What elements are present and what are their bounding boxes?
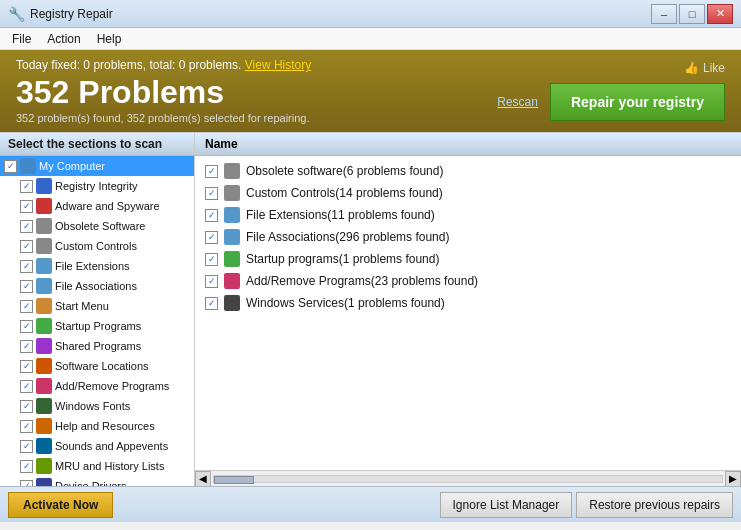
results-list[interactable]: ✓Obsolete software(6 problems found)✓Cus… [195,156,741,470]
tree-checkbox[interactable]: ✓ [4,160,17,173]
tree-item[interactable]: ✓Help and Resources [0,416,194,436]
tree-checkbox[interactable]: ✓ [20,460,33,473]
tree-item[interactable]: ✓My Computer [0,156,194,176]
tree-item-icon [36,418,52,434]
minimize-button[interactable]: – [651,4,677,24]
tree-checkbox[interactable]: ✓ [20,180,33,193]
result-checkbox[interactable]: ✓ [205,231,218,244]
tree-item-label: Shared Programs [55,340,141,352]
tree-item-icon [36,258,52,274]
tree-item[interactable]: ✓Sounds and Appevents [0,436,194,456]
app-icon: 🔧 [8,6,24,22]
menu-file[interactable]: File [4,30,39,48]
result-item[interactable]: ✓File Associations(296 problems found) [195,226,741,248]
result-item-icon [224,229,240,245]
result-item[interactable]: ✓File Extensions(11 problems found) [195,204,741,226]
tree-checkbox[interactable]: ✓ [20,420,33,433]
scroll-thumb[interactable] [214,476,254,484]
tree-checkbox[interactable]: ✓ [20,240,33,253]
result-item[interactable]: ✓Startup programs(1 problems found) [195,248,741,270]
scroll-track[interactable] [213,475,723,483]
view-history-link[interactable]: View History [245,58,311,72]
tree-item-label: Windows Fonts [55,400,130,412]
activate-button[interactable]: Activate Now [8,492,113,518]
tree-item-icon [36,238,52,254]
tree-item[interactable]: ✓Software Locations [0,356,194,376]
result-item-icon [224,185,240,201]
like-icon: 👍 [684,61,699,75]
tree-item[interactable]: ✓Shared Programs [0,336,194,356]
right-scroll-bar: ◀ ▶ [195,470,741,486]
result-checkbox[interactable]: ✓ [205,209,218,222]
maximize-button[interactable]: □ [679,4,705,24]
tree-item-label: Software Locations [55,360,149,372]
problem-count: 352 Problems [16,76,311,108]
tree-checkbox[interactable]: ✓ [20,480,33,487]
scroll-left-arrow[interactable]: ◀ [195,471,211,487]
result-item-icon [224,273,240,289]
tree-item[interactable]: ✓Start Menu [0,296,194,316]
tree-item[interactable]: ✓Add/Remove Programs [0,376,194,396]
tree-item-icon [36,198,52,214]
result-item-label: Obsolete software(6 problems found) [246,164,443,178]
result-item-label: Add/Remove Programs(23 problems found) [246,274,478,288]
tree-item[interactable]: ✓MRU and History Lists [0,456,194,476]
scroll-right-arrow[interactable]: ▶ [725,471,741,487]
status-right: 👍 Like Rescan Repair your registry [497,61,725,121]
tree-checkbox[interactable]: ✓ [20,440,33,453]
result-item[interactable]: ✓Add/Remove Programs(23 problems found) [195,270,741,292]
result-item[interactable]: ✓Obsolete software(6 problems found) [195,160,741,182]
tree-item[interactable]: ✓Device Drivers [0,476,194,486]
restore-previous-repairs-button[interactable]: Restore previous repairs [576,492,733,518]
tree-item-label: File Extensions [55,260,130,272]
tree-item[interactable]: ✓Obsolete Software [0,216,194,236]
right-panel: Name ✓Obsolete software(6 problems found… [195,133,741,486]
tree-checkbox[interactable]: ✓ [20,280,33,293]
tree-item-label: Device Drivers [55,480,127,486]
tree-item[interactable]: ✓Startup Programs [0,316,194,336]
today-fixed-text: Today fixed: 0 problems, total: 0 proble… [16,58,311,72]
tree-item-label: Start Menu [55,300,109,312]
tree-checkbox[interactable]: ✓ [20,360,33,373]
tree-item-label: Custom Controls [55,240,137,252]
result-item[interactable]: ✓Custom Controls(14 problems found) [195,182,741,204]
tree-item-label: Add/Remove Programs [55,380,169,392]
like-button[interactable]: 👍 Like [684,61,725,75]
tree-checkbox[interactable]: ✓ [20,300,33,313]
result-checkbox[interactable]: ✓ [205,297,218,310]
result-item-icon [224,295,240,311]
tree-item-icon [36,298,52,314]
tree-item-icon [36,398,52,414]
menu-help[interactable]: Help [89,30,130,48]
tree-checkbox[interactable]: ✓ [20,220,33,233]
rescan-link[interactable]: Rescan [497,95,538,109]
repair-registry-button[interactable]: Repair your registry [550,83,725,121]
result-checkbox[interactable]: ✓ [205,275,218,288]
result-checkbox[interactable]: ✓ [205,187,218,200]
tree-item-label: Sounds and Appevents [55,440,168,452]
result-item-icon [224,251,240,267]
tree-item[interactable]: ✓Adware and Spyware [0,196,194,216]
tree-checkbox[interactable]: ✓ [20,380,33,393]
tree-item[interactable]: ✓File Associations [0,276,194,296]
tree-checkbox[interactable]: ✓ [20,340,33,353]
menu-action[interactable]: Action [39,30,88,48]
tree-item[interactable]: ✓Registry Integrity [0,176,194,196]
tree-item[interactable]: ✓Windows Fonts [0,396,194,416]
ignore-list-manager-button[interactable]: Ignore List Manager [440,492,573,518]
close-button[interactable]: ✕ [707,4,733,24]
tree-item[interactable]: ✓Custom Controls [0,236,194,256]
result-item-label: Custom Controls(14 problems found) [246,186,443,200]
tree-checkbox[interactable]: ✓ [20,400,33,413]
right-panel-header: Name [195,133,741,156]
result-item[interactable]: ✓Windows Services(1 problems found) [195,292,741,314]
tree-checkbox[interactable]: ✓ [20,260,33,273]
tree-item[interactable]: ✓File Extensions [0,256,194,276]
tree-scroll[interactable]: ✓My Computer✓Registry Integrity✓Adware a… [0,156,194,486]
tree-checkbox[interactable]: ✓ [20,200,33,213]
tree-item-label: My Computer [39,160,105,172]
result-checkbox[interactable]: ✓ [205,165,218,178]
tree-checkbox[interactable]: ✓ [20,320,33,333]
result-checkbox[interactable]: ✓ [205,253,218,266]
tree-item-icon [36,458,52,474]
